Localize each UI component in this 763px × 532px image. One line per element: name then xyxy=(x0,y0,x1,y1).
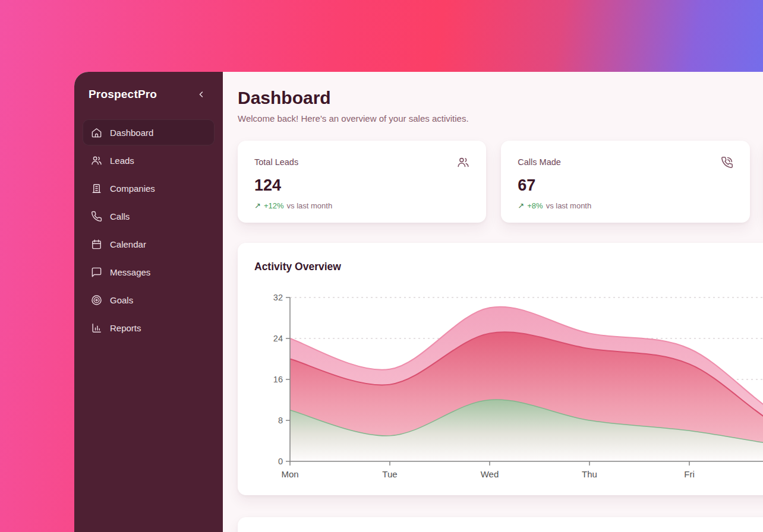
sidebar-nav: Dashboard Leads Companies Calls xyxy=(83,119,215,341)
sidebar-item-label: Reports xyxy=(110,323,141,333)
chart-title: Activity Overview xyxy=(254,261,763,273)
sidebar-item-messages[interactable]: Messages xyxy=(83,259,215,285)
trend-value: +8% xyxy=(527,201,543,210)
sidebar-item-label: Dashboard xyxy=(110,128,153,138)
svg-text:Wed: Wed xyxy=(481,469,499,479)
sidebar-header: ProspectPro xyxy=(83,87,215,102)
svg-text:32: 32 xyxy=(273,293,283,302)
svg-text:24: 24 xyxy=(273,334,283,343)
stat-card-trend: ↗ +8% vs last month xyxy=(518,201,733,210)
sidebar-collapse-button[interactable] xyxy=(194,87,209,102)
sidebar-item-calls[interactable]: Calls xyxy=(83,203,215,229)
desktop-background: { "app": { "brand": "ProspectPro" }, "si… xyxy=(0,0,763,532)
calendar-icon xyxy=(90,238,102,250)
activity-area-chart: 08162432MonTueWedThuFriSatSun xyxy=(254,291,763,481)
stat-card-value: 67 xyxy=(518,176,733,195)
brand-logo: ProspectPro xyxy=(89,88,157,101)
sidebar-item-label: Messages xyxy=(110,267,150,277)
sidebar-item-companies[interactable]: Companies xyxy=(83,175,215,201)
svg-text:Thu: Thu xyxy=(582,469,597,479)
trend-label: vs last month xyxy=(287,201,333,210)
trend-up-arrow-icon: ↗ xyxy=(254,201,261,210)
stat-card-value: 124 xyxy=(254,176,469,195)
sidebar-item-label: Calendar xyxy=(110,239,146,249)
main-content: Dashboard Welcome back! Here's an overvi… xyxy=(223,72,763,532)
svg-text:Fri: Fri xyxy=(684,469,695,479)
sidebar-item-goals[interactable]: Goals xyxy=(83,287,215,313)
stat-card-title: Calls Made xyxy=(518,156,561,167)
trend-value: +12% xyxy=(264,201,284,210)
sidebar-item-label: Leads xyxy=(110,156,134,166)
svg-text:Mon: Mon xyxy=(281,469,298,479)
sidebar-item-label: Goals xyxy=(110,295,133,305)
sidebar-item-leads[interactable]: Leads xyxy=(83,147,215,173)
page-subtitle: Welcome back! Here's an overview of your… xyxy=(238,112,763,125)
home-icon xyxy=(90,126,102,138)
phone-call-icon xyxy=(721,156,733,171)
sidebar: ProspectPro Dashboard Leads xyxy=(74,72,223,532)
svg-text:16: 16 xyxy=(273,375,283,384)
message-icon xyxy=(90,266,102,278)
sidebar-item-reports[interactable]: Reports xyxy=(83,315,215,341)
svg-text:0: 0 xyxy=(278,457,283,466)
page-title: Dashboard xyxy=(238,87,763,109)
stat-cards-row: Total Leads 124 ↗ +12% vs last month C xyxy=(238,141,763,223)
svg-text:Tue: Tue xyxy=(382,469,397,479)
sidebar-item-calendar[interactable]: Calendar xyxy=(83,231,215,257)
svg-text:8: 8 xyxy=(278,416,283,425)
users-icon xyxy=(457,156,469,171)
bottom-card-clipped xyxy=(238,517,763,532)
chevron-left-icon xyxy=(197,90,206,99)
building-icon xyxy=(90,182,102,194)
trend-label: vs last month xyxy=(546,201,592,210)
stat-card-total-leads: Total Leads 124 ↗ +12% vs last month xyxy=(238,141,486,223)
sidebar-item-label: Companies xyxy=(110,183,155,194)
sidebar-item-label: Calls xyxy=(110,211,130,221)
users-icon xyxy=(90,154,102,166)
stat-card-trend: ↗ +12% vs last month xyxy=(254,201,469,210)
activity-overview-card: Activity Overview 08162432MonTueWedThuFr… xyxy=(238,243,763,495)
stat-card-calls-made: Calls Made 67 ↗ +8% vs last month xyxy=(501,141,749,223)
chart-area: 08162432MonTueWedThuFriSatSun xyxy=(254,291,763,483)
trend-up-arrow-icon: ↗ xyxy=(518,201,524,210)
app-window: ProspectPro Dashboard Leads xyxy=(74,72,763,532)
sidebar-item-dashboard[interactable]: Dashboard xyxy=(83,119,215,145)
target-icon xyxy=(90,294,102,306)
stat-card-title: Total Leads xyxy=(254,156,298,167)
phone-icon xyxy=(90,210,102,222)
bar-chart-icon xyxy=(90,322,102,334)
